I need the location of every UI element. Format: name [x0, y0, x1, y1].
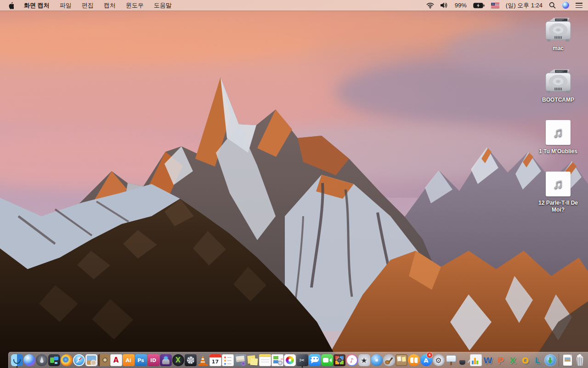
- document-file-icon: [563, 355, 572, 366]
- dock-item-vlc[interactable]: [197, 352, 209, 368]
- dock-item-preview[interactable]: [85, 352, 97, 368]
- dock-item-launchpad[interactable]: [35, 352, 48, 368]
- dock-item-mission-control[interactable]: [48, 352, 60, 368]
- address-book-icon: [98, 354, 110, 366]
- wifi-icon[interactable]: [426, 2, 434, 9]
- dock-item-photo-booth[interactable]: [333, 352, 345, 368]
- firefox-icon: [61, 354, 73, 366]
- finder-running-indicator: [16, 366, 17, 368]
- desktop-icon-mac[interactable]: mac: [532, 16, 584, 52]
- menu-capture[interactable]: 캡처: [104, 1, 116, 10]
- illustrator-icon: Ai: [123, 354, 135, 366]
- dock-item-stickies[interactable]: [246, 352, 259, 368]
- battery-charging-icon[interactable]: [473, 3, 485, 8]
- dock-item-ibooks[interactable]: [407, 352, 420, 368]
- desktop-icon-label: BOOTCAMP: [532, 97, 584, 104]
- dock-item-toast[interactable]: [159, 352, 172, 368]
- hard-drive-icon: [532, 67, 584, 95]
- dock-item-lync[interactable]: L: [531, 352, 544, 368]
- dock-item-notes[interactable]: [259, 352, 271, 368]
- download-manager-icon: [544, 354, 556, 366]
- dock-item-photoshop[interactable]: Ps: [135, 352, 147, 368]
- music-note-glyph: ♫: [553, 125, 564, 140]
- app-store-badge: 4: [427, 352, 432, 358]
- dock-item-itunes[interactable]: ♪: [345, 352, 358, 368]
- dock-item-finder[interactable]: [11, 352, 23, 368]
- dock-item-archive-utility[interactable]: [234, 352, 246, 368]
- spotlight-search-icon[interactable]: [549, 2, 556, 9]
- dock-item-excel[interactable]: X: [507, 352, 519, 368]
- dock-item-garageband[interactable]: [383, 352, 395, 368]
- dock-item-fan-utility[interactable]: [184, 352, 197, 368]
- indesign-icon: ID: [147, 354, 159, 366]
- launchpad-icon: [36, 354, 48, 366]
- dock-item-address-book[interactable]: [97, 352, 110, 368]
- desktop-icon-audio-1[interactable]: ♫ 1 Tu M'Oublies: [532, 119, 584, 155]
- dock-item-indesign[interactable]: ID: [147, 352, 159, 368]
- dock-item-download-manager[interactable]: [544, 352, 556, 368]
- dock-item-reminders[interactable]: [221, 352, 234, 368]
- photo-booth-icon: [334, 354, 345, 366]
- vlc-icon: [197, 354, 209, 366]
- dock-item-doc-utility[interactable]: [271, 352, 283, 368]
- desktop-icon-label: 12 Parle-T-Il De Moi?: [532, 200, 584, 213]
- battery-percent: 99%: [455, 2, 467, 9]
- siri-menu-icon[interactable]: [562, 2, 569, 9]
- lync-icon: L: [532, 354, 544, 366]
- mission-control-icon: [48, 354, 60, 366]
- finder-icon: [11, 354, 23, 366]
- dock-item-siri[interactable]: [23, 352, 35, 368]
- dock-item-facetime[interactable]: [321, 352, 333, 368]
- dock-item-grab[interactable]: ✂: [296, 352, 308, 368]
- dock-item-imovie[interactable]: ★: [358, 352, 370, 368]
- dock-item-numbers[interactable]: [469, 352, 482, 368]
- dock-item-trash[interactable]: [574, 352, 586, 368]
- dock-item-keynote[interactable]: [445, 352, 457, 368]
- dock-item-xee[interactable]: X: [172, 352, 184, 368]
- xee-icon: X: [172, 354, 184, 366]
- garageband-icon: [383, 354, 395, 366]
- grab-running-indicator: [301, 366, 303, 368]
- excel-icon: X: [507, 354, 519, 366]
- menu-window[interactable]: 윈도우: [126, 1, 144, 10]
- dock-item-corkboard[interactable]: [395, 352, 407, 368]
- dock-item-safari[interactable]: [73, 352, 85, 368]
- dock: AAiPsIDX17✂•••♪★A4⚙WPXOL: [8, 352, 588, 368]
- messages-icon: •••: [309, 354, 321, 366]
- menu-help[interactable]: 도움말: [154, 1, 172, 10]
- dock-item-pages[interactable]: [457, 352, 469, 368]
- desktop-icon-bootcamp[interactable]: BOOTCAMP: [532, 67, 584, 104]
- dock-item-firefox[interactable]: [60, 352, 73, 368]
- numbers-icon: [470, 354, 482, 366]
- dock-item-word[interactable]: W: [482, 352, 494, 368]
- dock-item-system-preferences[interactable]: ⚙: [432, 352, 445, 368]
- dock-item-app-store[interactable]: A4: [420, 352, 432, 368]
- dock-item-photos[interactable]: [283, 352, 296, 368]
- facetime-icon: [321, 354, 333, 366]
- dock-item-document-file[interactable]: [561, 352, 574, 368]
- dock-item-calendar[interactable]: 17: [209, 352, 221, 368]
- stickies-icon: [247, 354, 259, 366]
- dock-item-outlook[interactable]: O: [519, 352, 531, 368]
- menu-edit[interactable]: 편집: [82, 1, 94, 10]
- photos-icon: [284, 354, 296, 366]
- dock-item-powerpoint[interactable]: P: [494, 352, 507, 368]
- apple-menu-icon[interactable]: [7, 1, 14, 9]
- menu-file[interactable]: 파일: [60, 1, 72, 10]
- volume-icon[interactable]: [441, 2, 448, 8]
- notification-center-icon[interactable]: [576, 3, 582, 8]
- app-menu-title[interactable]: 화면 캡처: [24, 1, 50, 10]
- desktop-icon-audio-2[interactable]: ♫ 12 Parle-T-Il De Moi?: [532, 170, 584, 213]
- input-source-us-flag-icon[interactable]: [491, 3, 499, 8]
- dock-item-messages[interactable]: •••: [308, 352, 321, 368]
- acrobat-reader-icon: A: [110, 354, 122, 366]
- trash-icon: [574, 354, 586, 366]
- menu-bar-clock[interactable]: (일) 오후 1:24: [506, 1, 543, 10]
- desktop-icon-label: mac: [532, 45, 584, 52]
- dock-item-acrobat-reader[interactable]: A: [110, 352, 122, 368]
- dock-item-illustrator[interactable]: Ai: [122, 352, 135, 368]
- music-note-glyph: ♫: [553, 176, 564, 192]
- photoshop-icon: Ps: [135, 354, 147, 366]
- dock-item-idvd[interactable]: [370, 352, 383, 368]
- itunes-icon: ♪: [346, 354, 358, 366]
